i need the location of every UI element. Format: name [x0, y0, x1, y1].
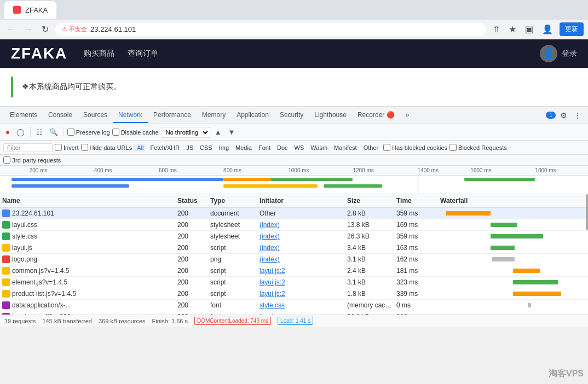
- tab-console[interactable]: Console: [43, 108, 78, 123]
- address-input-container[interactable]: ⚠ 不安全 23.224.61.101: [55, 23, 486, 36]
- table-row[interactable]: element.js?v=1.4.5 200 script layui.js:2…: [0, 277, 588, 288]
- address-text: 23.224.61.101: [90, 25, 136, 33]
- export-button[interactable]: ▼: [226, 127, 238, 137]
- tab-network[interactable]: Network: [113, 108, 148, 123]
- third-party-label[interactable]: 3rd-party requests: [3, 156, 61, 164]
- type-font[interactable]: Font: [256, 144, 273, 152]
- table-row[interactable]: iconfont.woff?v=230 200 font layui.css 2…: [0, 311, 588, 315]
- tab-elements[interactable]: Elements: [4, 108, 43, 123]
- row-initiator[interactable]: layui.css: [257, 312, 345, 315]
- devtools-more-button[interactable]: ⋮: [572, 109, 584, 122]
- table-row[interactable]: product-list.js?v=1.4.5 200 script layui…: [0, 288, 588, 300]
- type-ws[interactable]: WS: [292, 144, 307, 152]
- row-initiator[interactable]: style.css: [257, 301, 345, 310]
- row-initiator[interactable]: (index): [257, 232, 345, 241]
- row-waterfall: [438, 267, 588, 275]
- waterfall-bar: [491, 223, 517, 227]
- import-button[interactable]: ▲: [212, 127, 224, 137]
- tab-memory[interactable]: Memory: [197, 108, 231, 123]
- devtools-right-actions: 1 ⚙ ⋮: [546, 109, 584, 122]
- type-doc[interactable]: Doc: [274, 144, 291, 152]
- preserve-log-label[interactable]: Preserve log: [67, 129, 110, 136]
- table-row[interactable]: data:application/x-... 200 font style.cs…: [0, 300, 588, 311]
- table-header: Name Status Type Initiator Size Time Wat…: [0, 194, 588, 208]
- network-table-container[interactable]: Name Status Type Initiator Size Time Wat…: [0, 194, 588, 315]
- disable-cache-checkbox[interactable]: [112, 129, 119, 136]
- window-button[interactable]: ▣: [523, 22, 535, 37]
- invert-checkbox[interactable]: [55, 144, 62, 151]
- table-row[interactable]: 23.224.61.101 200 document Other 2.8 kB …: [0, 208, 588, 219]
- tab-security[interactable]: Security: [274, 108, 309, 123]
- row-initiator[interactable]: layui.js:2: [257, 266, 345, 275]
- type-manifest[interactable]: Manifest: [331, 144, 360, 152]
- type-other[interactable]: Other: [361, 144, 382, 152]
- dom-content-loaded-badge: DOMContentLoaded: 749 ms: [194, 317, 271, 325]
- browser-tab[interactable]: ZFAKA: [4, 1, 56, 19]
- preserve-log-checkbox[interactable]: [67, 129, 74, 136]
- table-row[interactable]: logo.png 200 png (index) 3.1 kB 162 ms: [0, 254, 588, 265]
- update-button[interactable]: 更新: [560, 22, 584, 36]
- third-party-checkbox[interactable]: [3, 156, 10, 164]
- invert-label[interactable]: Invert: [55, 144, 79, 151]
- table-row[interactable]: common.js?v=1.4.5 200 script layui.js:2 …: [0, 265, 588, 277]
- clear-button[interactable]: ◯: [14, 127, 27, 137]
- blocked-requests-checkbox[interactable]: [449, 144, 457, 151]
- type-css[interactable]: CSS: [197, 144, 215, 152]
- filter-toggle-button[interactable]: ☷: [34, 127, 45, 137]
- tab-recorder[interactable]: Recorder 🔴: [352, 108, 400, 123]
- table-row[interactable]: layui.js 200 script (index) 3.4 kB 163 m…: [0, 242, 588, 254]
- type-img[interactable]: Img: [216, 144, 232, 152]
- header-status: Status: [175, 196, 208, 205]
- type-media[interactable]: Media: [233, 144, 255, 152]
- profile-button[interactable]: 👤: [540, 22, 555, 37]
- status-bar: 19 requests 145 kB transferred 369 kB re…: [0, 315, 588, 327]
- tab-lighthouse[interactable]: Lighthouse: [309, 108, 352, 123]
- filter-input[interactable]: [3, 143, 53, 152]
- tab-more[interactable]: »: [400, 108, 415, 123]
- devtools-settings-button[interactable]: ⚙: [558, 109, 569, 122]
- table-row[interactable]: layui.css 200 stylesheet (index) 13.8 kB…: [0, 219, 588, 231]
- user-login[interactable]: 登录: [562, 49, 577, 59]
- hide-data-urls-label[interactable]: Hide data URLs: [81, 144, 132, 151]
- row-time: 359 ms: [394, 232, 438, 241]
- site-header: ZFAKA 购买商品 查询订单 👤 登录: [0, 39, 588, 68]
- tab-sources[interactable]: Sources: [78, 108, 113, 123]
- tab-performance[interactable]: Performance: [148, 108, 197, 123]
- type-js[interactable]: JS: [183, 144, 196, 152]
- throttle-select[interactable]: No throttling: [161, 127, 210, 138]
- row-initiator[interactable]: (index): [257, 243, 345, 252]
- search-button[interactable]: 🔍: [47, 127, 60, 137]
- bookmark-button[interactable]: ★: [506, 22, 518, 37]
- type-fetch-xhr[interactable]: Fetch/XHR: [147, 144, 182, 152]
- avatar: 👤: [540, 45, 557, 62]
- row-initiator[interactable]: (index): [257, 255, 345, 264]
- scroll-indicator[interactable]: [586, 194, 588, 230]
- waterfall-bar: [446, 211, 491, 216]
- tab-application[interactable]: Application: [231, 108, 274, 123]
- row-waterfall: [438, 221, 588, 229]
- third-party-row: 3rd-party requests: [0, 155, 588, 166]
- share-button[interactable]: ⇧: [491, 22, 502, 37]
- row-status: 200: [175, 301, 208, 310]
- nav-order[interactable]: 查询订单: [128, 49, 158, 59]
- filter-types: All Fetch/XHR JS CSS Img Media Font Doc …: [134, 144, 381, 152]
- type-wasm[interactable]: Wasm: [308, 144, 330, 152]
- record-button[interactable]: ●: [3, 127, 12, 137]
- back-button[interactable]: ←: [4, 22, 18, 37]
- hide-data-urls-checkbox[interactable]: [81, 144, 88, 151]
- has-blocked-cookies-checkbox[interactable]: [383, 144, 390, 151]
- row-initiator[interactable]: layui.js:2: [257, 278, 345, 287]
- row-time: 323 ms: [394, 278, 438, 287]
- blocked-requests-label[interactable]: Blocked Requests: [449, 144, 507, 151]
- disable-cache-label[interactable]: Disable cache: [112, 129, 159, 136]
- row-initiator[interactable]: layui.js:2: [257, 289, 345, 298]
- forward-button[interactable]: →: [22, 22, 35, 37]
- row-name: data:application/x-...: [12, 301, 71, 309]
- header-size: Size: [345, 196, 394, 205]
- table-row[interactable]: style.css 200 stylesheet (index) 26.3 kB…: [0, 231, 588, 242]
- row-initiator[interactable]: (index): [257, 220, 345, 229]
- reload-button[interactable]: ↻: [39, 22, 51, 37]
- type-all[interactable]: All: [134, 144, 146, 152]
- nav-buy[interactable]: 购买商品: [84, 49, 114, 59]
- has-blocked-cookies-label[interactable]: Has blocked cookies: [383, 144, 447, 151]
